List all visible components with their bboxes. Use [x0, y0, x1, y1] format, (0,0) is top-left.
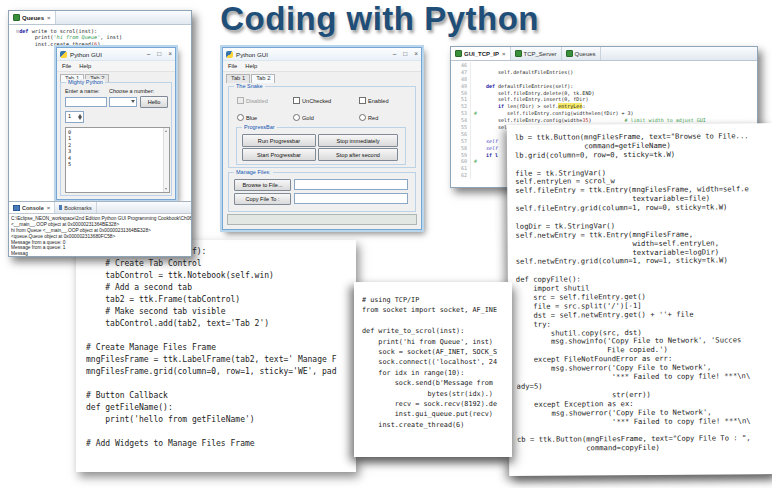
code-line	[86, 426, 356, 438]
line-number: 53	[451, 110, 471, 117]
tab-gui-tcp-ip[interactable]: GUI_TCP_IP ×	[451, 47, 511, 60]
code-line: print('hi from Queue', inst)	[362, 337, 512, 347]
python-logo-icon	[60, 51, 67, 58]
code-line: inst.create_thread(6)	[362, 420, 512, 430]
frame-label: Mighty Python	[66, 79, 105, 86]
slide: GUI_TCP_IP × TCP_Server Queues 46 47	[0, 0, 772, 488]
number-label: Choose a number:	[109, 88, 154, 94]
checkbox-icon	[359, 97, 366, 104]
code-line: 47 self.defaultFileEntries()	[451, 69, 757, 76]
checkbox-disabled[interactable]: Disabled	[237, 97, 268, 104]
checkbox-icon	[293, 97, 300, 104]
python-file-icon	[455, 50, 462, 57]
line-number: 47	[451, 69, 471, 76]
close-tab-icon[interactable]: ×	[47, 205, 51, 211]
code-line: command=copyFile)	[517, 443, 772, 454]
checkbox-enabled[interactable]: Enabled	[359, 97, 389, 104]
menu-file[interactable]: File	[228, 63, 237, 69]
minimize-icon[interactable]: –	[147, 51, 151, 58]
close-icon[interactable]: ×	[168, 51, 172, 58]
tab-label: Queues	[575, 51, 596, 57]
quantity-stepper[interactable]: 1	[65, 111, 84, 123]
line-number: 60	[451, 158, 471, 165]
stop-immediately-button[interactable]: Stop immediately	[318, 134, 398, 147]
code-editor[interactable]: ⊖def write_to_scrol(inst): print('hi fro…	[9, 25, 191, 47]
progressbar-frame: ProgressBar Run Progressbar Stop immedia…	[236, 127, 406, 165]
tab-console[interactable]: Console ×	[9, 202, 55, 213]
code-line: mngFilesFrame = ttk.LabelFrame(tab2, tex…	[86, 354, 356, 366]
code-line: # Create Tab Control	[86, 258, 356, 270]
code-line: # Make second tab visible	[86, 306, 356, 318]
tab-tcp-server[interactable]: TCP_Server	[511, 47, 562, 60]
network-path-input[interactable]	[294, 193, 408, 204]
line-number: 59	[451, 152, 471, 159]
name-label: Enter a name:	[65, 88, 100, 94]
python-file-icon	[515, 50, 522, 57]
menu-help[interactable]: Help	[245, 63, 257, 69]
python-file-icon	[566, 50, 573, 57]
file-path-input[interactable]	[294, 179, 408, 190]
line-number: 46	[451, 62, 471, 69]
run-progressbar-button[interactable]: Run Progressbar	[242, 134, 316, 147]
stop-after-second-button[interactable]: Stop after second	[318, 148, 398, 161]
radio-red[interactable]: Red	[359, 114, 378, 121]
menu-help[interactable]: Help	[79, 63, 91, 69]
code-line: 49 def defaultFileEntries(self):	[451, 83, 757, 90]
code-line: def write_to_scrol(inst):	[362, 326, 512, 336]
maximize-icon[interactable]: □	[157, 51, 161, 58]
radio-icon	[293, 114, 300, 121]
tab-label: TCP_Server	[524, 51, 557, 57]
frame-label: The Snake	[234, 83, 265, 90]
code-line: from socket import socket, AF_INE	[362, 305, 512, 315]
code-listing-create-widgets: def create_widgets(self): # Create Tab C…	[76, 240, 356, 472]
hello-button[interactable]: Hello	[140, 96, 168, 108]
code-line: sock.send(b'Message from	[362, 378, 512, 388]
browse-to-file-button[interactable]: Browse to File...	[234, 179, 291, 191]
title-bar[interactable]: Python GUI – □ ×	[223, 48, 421, 61]
line-number: 58	[451, 145, 471, 152]
radio-blue[interactable]: Blue	[237, 114, 257, 121]
name-input[interactable]	[65, 97, 107, 107]
close-icon[interactable]: ×	[414, 51, 418, 58]
maximize-icon[interactable]: □	[403, 51, 407, 58]
console-output[interactable]: C:\Eclipse_NEON_workspace\2nd Edition Py…	[9, 214, 191, 257]
the-snake-frame: The Snake Disabled UnChecked Enabled Blu…	[228, 86, 416, 168]
line-number: 52	[451, 103, 471, 110]
frame-label: Manage Files:	[234, 169, 273, 176]
start-progressbar-button[interactable]: Start Progressbar	[242, 148, 316, 161]
tab-2[interactable]: Tab 2	[251, 74, 275, 83]
scrollbar[interactable]	[163, 128, 169, 192]
tab-1[interactable]: Tab 1	[226, 74, 250, 83]
code-line: recv = sock.recv(8192).de	[362, 399, 512, 409]
code-line: for idx in range(10):	[362, 368, 512, 378]
minimize-icon[interactable]: –	[393, 51, 397, 58]
close-tab-icon[interactable]: ×	[502, 51, 506, 57]
checkbox-unchecked[interactable]: UnChecked	[293, 97, 331, 104]
tab-strip: Tab 1 Tab 2	[223, 72, 421, 83]
code-line: 50 self.fileEntry.delete(0, tk.END)	[451, 90, 757, 97]
copy-file-to-button[interactable]: Copy File To :	[234, 193, 291, 205]
scrollbar-up-icon[interactable]	[165, 130, 167, 132]
line-number: 48	[451, 76, 471, 83]
code-listing-tcpip: # using TCP/IPfrom socket import socket,…	[354, 282, 512, 457]
radio-gold[interactable]: Gold	[293, 114, 314, 121]
code-line: 46	[451, 62, 757, 69]
line-number: 50	[451, 90, 471, 97]
console-line: Messag	[11, 251, 191, 257]
title-bar[interactable]: Python GUI – □ ×	[57, 48, 175, 61]
scrolled-text[interactable]: 012345	[65, 127, 170, 193]
code-line: # Button Callback	[86, 390, 356, 402]
python-file-icon	[13, 14, 20, 21]
tab-label: Queues	[22, 15, 44, 21]
menu-file[interactable]: File	[62, 63, 71, 69]
tab-queues[interactable]: Queues ×	[9, 11, 56, 24]
editor-tab-bar: GUI_TCP_IP × TCP_Server Queues	[451, 47, 757, 61]
spinner-down-icon[interactable]	[78, 117, 82, 120]
close-tab-icon[interactable]: ×	[47, 15, 51, 21]
tab-queues[interactable]: Queues	[562, 47, 601, 60]
tab-bookmarks[interactable]: Bookmarks	[55, 202, 97, 213]
number-dropdown[interactable]	[109, 97, 137, 107]
spin-value: 1	[68, 113, 71, 119]
mighty-python-frame: Mighty Python Enter a name: Choose a num…	[60, 82, 172, 196]
scrollbar-down-icon[interactable]	[165, 188, 167, 190]
